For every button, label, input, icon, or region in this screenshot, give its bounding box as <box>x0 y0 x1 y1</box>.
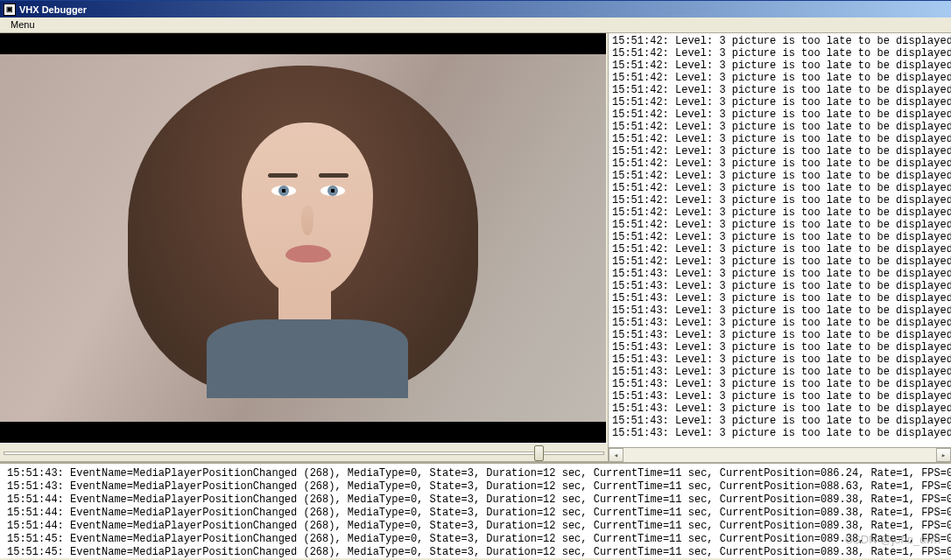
log-line: 15:51:43: Level: 3 picture is too late t… <box>612 402 947 415</box>
log-line: 15:51:42: Level: 3 picture is too late t… <box>612 158 947 170</box>
seek-track[interactable] <box>4 452 604 455</box>
log-line: 15:51:42: Level: 3 picture is too late t… <box>612 170 947 182</box>
window-titlebar[interactable]: ▣ VHX Debugger <box>0 0 951 18</box>
seek-thumb[interactable] <box>534 445 544 461</box>
log-line: 15:51:42: Level: 3 picture is too late t… <box>612 60 947 72</box>
log-line: 15:51:42: Level: 3 picture is too late t… <box>612 256 947 268</box>
portrait-nose <box>301 206 313 235</box>
scroll-track[interactable] <box>623 448 936 462</box>
event-log-line: 15:51:44: EventName=MediaPlayerPositionC… <box>7 507 944 520</box>
portrait-eye <box>321 186 345 196</box>
log-line: 15:51:43: Level: 3 picture is too late t… <box>612 354 947 366</box>
log-line: 15:51:42: Level: 3 picture is too late t… <box>612 231 947 243</box>
log-line: 15:51:42: Level: 3 picture is too late t… <box>612 194 947 206</box>
log-line: 15:51:42: Level: 3 picture is too late t… <box>612 96 947 108</box>
log-line: 15:51:43: Level: 3 picture is too late t… <box>612 292 947 304</box>
log-line: 15:51:43: Level: 3 picture is too late t… <box>612 415 947 427</box>
menu-item-menu[interactable]: Menu <box>5 18 40 31</box>
log-line: 15:51:43: Level: 3 picture is too late t… <box>612 317 947 329</box>
log-line: 15:51:43: Level: 3 picture is too late t… <box>612 378 947 390</box>
event-log-line: 15:51:44: EventName=MediaPlayerPositionC… <box>7 494 944 507</box>
scroll-right-icon[interactable]: ▸ <box>936 448 951 462</box>
log-pane-bottom[interactable]: 15:51:43: EventName=MediaPlayerPositionC… <box>0 462 951 558</box>
event-log-line: 15:51:43: EventName=MediaPlayerPositionC… <box>7 480 944 494</box>
portrait-shirt <box>207 319 408 398</box>
log-line: 15:51:42: Level: 3 picture is too late t… <box>612 219 947 231</box>
log-line: 15:51:43: Level: 3 picture is too late t… <box>612 268 947 280</box>
log-line: 15:51:42: Level: 3 picture is too late t… <box>612 206 947 219</box>
portrait-eye <box>271 186 296 196</box>
log-line: 15:51:42: Level: 3 picture is too late t… <box>612 47 947 60</box>
menubar: Menu <box>0 18 951 33</box>
event-log-line: 15:51:45: EventName=MediaPlayerPositionC… <box>7 546 944 558</box>
event-log-line: 15:51:44: EventName=MediaPlayerPositionC… <box>7 520 944 533</box>
log-line: 15:51:42: Level: 3 picture is too late t… <box>612 108 947 121</box>
main-split: 15:51:42: Level: 3 picture is too late t… <box>0 33 951 462</box>
video-frame <box>0 54 606 422</box>
log-line: 15:51:42: Level: 3 picture is too late t… <box>612 243 947 256</box>
log-line: 15:51:43: Level: 3 picture is too late t… <box>612 341 947 354</box>
log-line: 15:51:42: Level: 3 picture is too late t… <box>612 145 947 158</box>
log-line: 15:51:43: Level: 3 picture is too late t… <box>612 304 947 317</box>
portrait-lips <box>285 245 331 262</box>
app-icon: ▣ <box>4 4 16 16</box>
log-pane-top: 15:51:42: Level: 3 picture is too late t… <box>608 33 951 462</box>
log-line: 15:51:43: Level: 3 picture is too late t… <box>612 329 947 341</box>
window-title: VHX Debugger <box>19 4 87 15</box>
log-line: 15:51:43: Level: 3 picture is too late t… <box>612 366 947 378</box>
log-line: 15:51:42: Level: 3 picture is too late t… <box>612 121 947 133</box>
portrait-brow <box>319 173 349 178</box>
log-line: 15:51:42: Level: 3 picture is too late t… <box>612 72 947 84</box>
event-log-line: 15:51:43: EventName=MediaPlayerPositionC… <box>7 467 944 480</box>
log-line: 15:51:43: Level: 3 picture is too late t… <box>612 427 947 439</box>
log-line: 15:51:43: Level: 3 picture is too late t… <box>612 390 947 402</box>
log-line: 15:51:42: Level: 3 picture is too late t… <box>612 182 947 194</box>
video-viewport[interactable] <box>0 33 608 443</box>
scroll-left-icon[interactable]: ◂ <box>609 448 623 462</box>
video-pane <box>0 33 608 462</box>
log-line: 15:51:42: Level: 3 picture is too late t… <box>612 133 947 145</box>
video-subject <box>189 74 417 372</box>
horizontal-scrollbar[interactable]: ◂ ▸ <box>609 447 951 462</box>
log-line: 15:51:43: Level: 3 picture is too late t… <box>612 280 947 292</box>
log-line: 15:51:42: Level: 3 picture is too late t… <box>612 35 947 47</box>
top-log-text[interactable]: 15:51:42: Level: 3 picture is too late t… <box>609 33 951 447</box>
event-log-line: 15:51:45: EventName=MediaPlayerPositionC… <box>7 533 944 546</box>
seek-slider[interactable] <box>0 443 608 462</box>
portrait-brow <box>268 173 298 178</box>
log-line: 15:51:42: Level: 3 picture is too late t… <box>612 84 947 96</box>
